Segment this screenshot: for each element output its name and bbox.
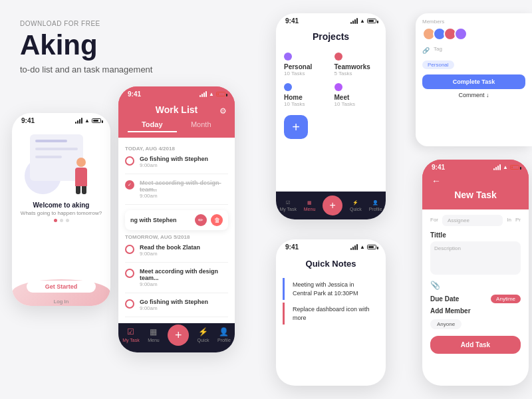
for-row: For Assignee In Pr [430,215,521,226]
add-project-button[interactable]: + [284,115,308,139]
newtask-body: For Assignee In Pr Tittle Description 📎 … [422,209,529,359]
back-button[interactable]: ← [432,176,441,186]
phone-worklist: 9:41 ▲ Work List ⚙ Today Month TODAY, AU [118,86,235,352]
wifi-icon-3: ▲ [360,18,365,24]
nav-mytask-3[interactable]: ☑ My Task [279,200,297,211]
nav-quick[interactable]: ⚡ Quick [198,327,209,350]
quick-icon: ⚡ [198,327,208,336]
assignee-input[interactable]: Assignee [442,215,503,226]
anyone-badge[interactable]: Anyone [430,319,462,329]
battery-icon-6 [510,165,519,170]
signal-icon-3 [350,19,358,24]
worklist-title: Work List [128,102,225,120]
complete-task-button[interactable]: Complete Task [422,74,525,89]
task-expanded[interactable]: ng with Stephen ✏ 🗑 [125,210,228,230]
date-label-1: TODAY, AUG 4/2018 [125,146,228,152]
worklist-body: TODAY, AUG 4/2018 Go fishing with Stephe… [118,138,235,328]
wifi-icon-4: ▲ [360,244,365,250]
worklist-header: Work List ⚙ Today Month [118,99,235,138]
nav-mytask[interactable]: ☑ My Task [122,327,140,350]
task-name-3: Read the book Zlatan [140,244,200,251]
tab-today[interactable]: Today [128,120,177,132]
task-item-2: Meet-according-with-design-team.. 9:00am [125,180,228,205]
battery-icon-3 [367,19,376,23]
welcome-title: Welcome to aking [33,201,90,209]
download-label: DOWNLOAD FOR FREE [20,20,153,27]
filter-icon[interactable]: ⚙ [219,106,227,116]
nav-fab[interactable]: + [168,327,189,350]
phone-quicknotes: 9:41 ▲ Quick Notes Meeting with Jessica … [276,239,386,386]
expanded-task-name: ng with Stephen [130,217,177,223]
bottom-nav-3: ☑ My Task ▦ Menu + ⚡ Quick 👤 Profile [276,192,386,219]
task-circle-1[interactable] [125,156,134,166]
nav-menu-3[interactable]: ▦ Menu [304,200,316,211]
nav-menu[interactable]: ▦ Menu [148,327,160,350]
signal-icon-6 [493,165,501,170]
signal-icon-2 [200,92,207,97]
edit-btn[interactable]: ✏ [195,214,207,226]
project-meet[interactable]: Meet 10 Tasks [334,83,378,107]
project-teamworks[interactable]: Teamworks 5 Tasks [334,53,378,76]
taskdetail-body: Members 🔗 Tag Personal Complete Task Com… [416,13,532,104]
nav-profile[interactable]: 👤 Profile [217,327,231,350]
task-circle-5[interactable] [125,299,134,309]
nav-quick-3[interactable]: ⚡ Quick [350,200,362,211]
mytask-icon-3: ☑ [286,200,290,205]
nav-profile-3[interactable]: 👤 Profile [369,200,382,211]
meet-count: 10 Tasks [334,101,355,107]
profile-icon: 👤 [219,327,229,336]
dot-1 [54,219,57,222]
pr-label: Pr [515,217,521,223]
due-date-row: Due Date Anytime [430,295,521,303]
members-label: Members [422,19,525,25]
link-icon: 🔗 [422,47,430,54]
app-subtitle: to-do list and an task management [20,65,153,74]
app-name: Aking [20,31,153,59]
teamworks-count: 5 Tasks [334,70,352,76]
battery-icon-2 [216,92,225,96]
project-home[interactable]: Home 10 Tasks [284,83,328,107]
tabs: Today Month [128,120,225,132]
hero-section: DOWNLOAD FOR FREE Aking to-do list and a… [20,20,153,74]
tab-month[interactable]: Month [177,120,226,132]
task-circle-2[interactable] [125,180,134,190]
meet-dot [334,83,342,91]
add-member-label: Add Member [430,307,521,315]
task-name-1: Go fishing with Stephen [140,156,208,162]
task-item-1: Go fishing with Stephen 9:00am [125,156,228,174]
projects-title: Projects [284,29,378,47]
task-time-3: 9:00am [140,251,200,257]
quicknotes-header: Quick Notes [276,252,386,275]
nav-fab-3[interactable]: + [323,196,342,215]
teamworks-name: Teamworks [334,63,370,70]
attachment-icon: 📎 [430,281,440,290]
task-item-4: Meet according with design team... 9:00a… [125,268,228,293]
note-text-2: Replace dashboard icon with more [293,305,371,322]
note-text-1: Meeting with Jessica in Central Park at … [293,281,371,297]
task-circle-4[interactable] [125,269,134,278]
login-link[interactable]: Log In [54,299,68,305]
phone-newtask: 9:41 ▲ ← New Task For Assignee In Pr [422,160,529,386]
add-task-button[interactable]: Add Task [430,336,521,354]
battery-icon [92,118,101,123]
fab-3[interactable]: + [323,196,342,215]
fab-button[interactable]: + [168,325,189,346]
quick-icon-3: ⚡ [352,200,358,205]
date-label-2: TOMORROW, AUG 5/2018 [125,234,228,240]
task-circle-3[interactable] [125,245,134,254]
quicknotes-title: Quick Notes [284,256,378,273]
status-icons: ▲ [75,118,101,124]
project-personal[interactable]: Personal 10 Tasks [284,53,328,76]
delete-btn[interactable]: 🗑 [211,214,223,226]
status-icons-2: ▲ [200,91,225,97]
task-name-2: Meet-according-with-design-team.. [140,180,228,193]
comment-section[interactable]: Comment ↓ [422,89,525,98]
signal-icon [75,118,82,124]
teamworks-dot [334,53,342,61]
get-started-button[interactable]: Get Started [27,281,96,293]
due-date-badge[interactable]: Anytime [491,295,521,303]
tag-label: Tag [434,46,442,52]
description-area[interactable]: Description [430,241,521,275]
status-bar-4: 9:41 ▲ [276,239,386,252]
projects-header: Projects [276,26,386,53]
